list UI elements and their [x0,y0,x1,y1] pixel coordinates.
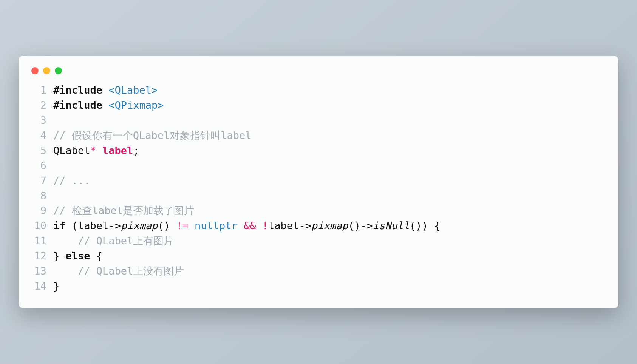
line-number: 2 [31,98,53,113]
code-window: 1#include <QLabel>2#include <QPixmap>34/… [19,56,618,308]
line-content [53,188,606,204]
code-line: 11 // QLabel上有图片 [31,233,606,248]
line-number: 10 [31,218,53,233]
code-line: 3 [31,113,606,128]
code-line: 12} else { [31,248,606,264]
line-number: 8 [31,188,53,204]
line-content: // QLabel上有图片 [53,233,606,248]
line-content [53,158,606,173]
code-line: 7// ... [31,173,606,188]
line-content: } else { [53,248,606,264]
code-line: 6 [31,158,606,173]
line-content: } [53,279,606,294]
code-line: 8 [31,188,606,204]
code-line: 9// 检查label是否加载了图片 [31,203,606,218]
zoom-icon[interactable] [55,67,62,74]
code-line: 5QLabel* label; [31,143,606,158]
line-content: // 假设你有一个QLabel对象指针叫label [53,128,606,143]
code-line: 4// 假设你有一个QLabel对象指针叫label [31,128,606,143]
line-number: 4 [31,128,53,143]
line-content [53,113,606,128]
line-content: #include <QLabel> [53,83,606,98]
line-number: 9 [31,203,53,218]
code-line: 14} [31,279,606,294]
line-number: 3 [31,113,53,128]
line-content: // 检查label是否加载了图片 [53,203,606,218]
line-content: #include <QPixmap> [53,98,606,113]
line-content: // QLabel上没有图片 [53,264,606,279]
line-number: 13 [31,264,53,279]
code-line: 2#include <QPixmap> [31,98,606,113]
line-number: 14 [31,279,53,294]
window-controls [19,67,618,83]
code-line: 13 // QLabel上没有图片 [31,264,606,279]
line-number: 5 [31,143,53,158]
code-line: 1#include <QLabel> [31,83,606,98]
line-content: QLabel* label; [53,143,606,158]
line-content: // ... [53,173,606,188]
code-line: 10if (label->pixmap() != nullptr && !lab… [31,218,606,233]
minimize-icon[interactable] [43,67,50,74]
code-block: 1#include <QLabel>2#include <QPixmap>34/… [19,83,618,294]
line-number: 11 [31,233,53,248]
line-number: 12 [31,248,53,264]
close-icon[interactable] [31,67,39,74]
line-number: 1 [31,83,53,98]
line-content: if (label->pixmap() != nullptr && !label… [53,218,606,233]
line-number: 7 [31,173,53,188]
line-number: 6 [31,158,53,173]
